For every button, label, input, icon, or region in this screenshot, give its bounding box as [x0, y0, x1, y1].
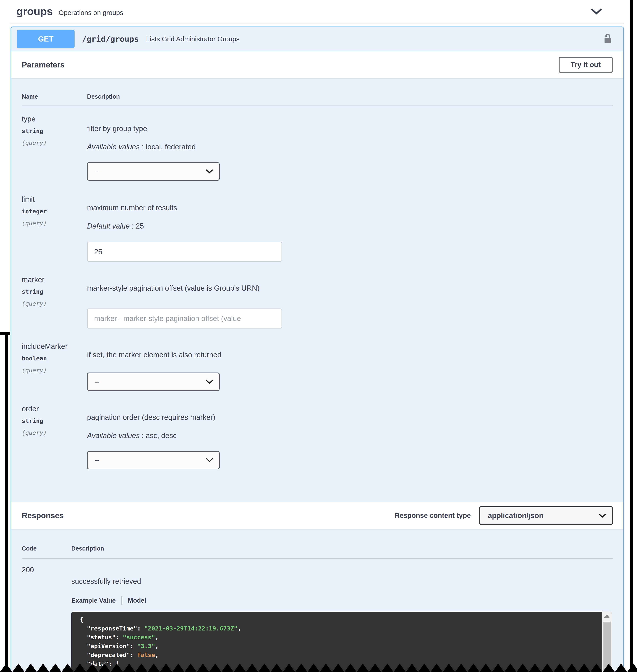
- example-json: { "responseTime": "2021-03-29T14:22:19.6…: [71, 612, 602, 672]
- col-header-name: Name: [22, 93, 87, 100]
- code-line: "responseTime": "2021-03-29T14:22:19.673…: [80, 624, 602, 633]
- parameters-title: Parameters: [22, 60, 65, 69]
- chevron-down-icon[interactable]: [590, 8, 602, 16]
- param-name: marker: [22, 276, 87, 284]
- param-description: if set, the marker element is also retur…: [87, 351, 613, 359]
- param-name: order: [22, 405, 87, 413]
- param-location: (query): [22, 220, 87, 227]
- param-name: includeMarker: [22, 342, 87, 351]
- screenshot-frame-right: [630, 0, 633, 669]
- operation-path[interactable]: /grid/groups: [82, 34, 139, 43]
- response-content-type-select[interactable]: application/json: [479, 506, 613, 525]
- chevron-down-icon: [205, 378, 214, 386]
- operation-summary: Lists Grid Administrator Groups: [146, 35, 239, 43]
- param-type: boolean: [22, 355, 87, 362]
- col-header-description: Description: [71, 545, 613, 552]
- response-content-type-label: Response content type: [395, 512, 471, 519]
- torn-edge-zigzag: [0, 663, 637, 672]
- chevron-down-icon: [598, 512, 606, 520]
- try-it-out-button[interactable]: Try it out: [559, 57, 613, 73]
- tag-subtitle: Operations on groups: [59, 9, 123, 17]
- order-select[interactable]: --: [87, 451, 220, 470]
- available-values-value: : local, federated: [140, 143, 196, 151]
- includeMarker-select-value: --: [95, 378, 99, 386]
- available-values-value: : asc, desc: [140, 431, 177, 440]
- default-value-label: Default value: [87, 222, 130, 230]
- param-description: pagination order (desc requires marker): [87, 413, 613, 422]
- response-code: 200: [22, 566, 71, 672]
- param-default-value: Default value : 25: [87, 222, 613, 230]
- tab-divider: [122, 596, 122, 605]
- tag-divider: [11, 23, 624, 23]
- param-description: marker-style pagination offset (value is…: [87, 284, 613, 293]
- param-location: (query): [22, 429, 87, 436]
- param-name: type: [22, 115, 87, 123]
- response-content-type-value: application/json: [488, 512, 543, 520]
- type-select[interactable]: --: [87, 162, 220, 181]
- tag-title: groups: [16, 5, 53, 17]
- param-available-values: Available values : local, federated: [87, 143, 613, 151]
- lock-open-icon[interactable]: [602, 33, 618, 45]
- opblock-get-grid-groups: GET /grid/groups Lists Grid Administrato…: [11, 26, 624, 672]
- parameters-header-bar: Parameters Try it out: [11, 51, 623, 78]
- marker-input[interactable]: [87, 308, 282, 329]
- param-location: (query): [22, 367, 87, 374]
- param-name: limit: [22, 195, 87, 204]
- limit-input[interactable]: [87, 242, 282, 262]
- available-values-label: Available values: [87, 431, 140, 440]
- param-row-marker: marker string (query) marker-style pagin…: [22, 267, 613, 329]
- chevron-down-icon: [205, 167, 214, 176]
- param-location: (query): [22, 139, 87, 146]
- param-description: maximum number of results: [87, 204, 613, 212]
- screenshot-frame-left: [5, 332, 8, 669]
- responses-table-head: Code Description: [22, 545, 613, 559]
- param-description: filter by group type: [87, 125, 613, 133]
- method-badge[interactable]: GET: [17, 30, 75, 48]
- response-description: successfully retrieved: [71, 577, 613, 585]
- order-select-value: --: [95, 456, 99, 464]
- includeMarker-select[interactable]: --: [87, 372, 220, 391]
- chevron-down-icon: [205, 456, 214, 464]
- code-line: "apiVersion": "3.3",: [80, 642, 602, 651]
- tab-example-value[interactable]: Example Value: [71, 597, 116, 604]
- swagger-page: groups Operations on groups GET /grid/gr…: [0, 0, 637, 672]
- parameters-table: Name Description type string (query) fil…: [11, 78, 623, 502]
- response-content-type-wrap: Response content type application/json: [395, 506, 613, 525]
- scrollbar-up-arrow-icon[interactable]: [604, 614, 609, 618]
- parameters-table-head: Name Description: [22, 93, 613, 106]
- param-type: integer: [22, 208, 87, 215]
- responses-table: Code Description 200 successfully retrie…: [11, 529, 623, 672]
- available-values-label: Available values: [87, 143, 140, 151]
- opblock-summary[interactable]: GET /grid/groups Lists Grid Administrato…: [11, 27, 623, 51]
- param-type: string: [22, 127, 87, 134]
- tab-model[interactable]: Model: [128, 597, 146, 604]
- param-row-order: order string (query) pagination order (d…: [22, 396, 613, 470]
- param-row-type: type string (query) filter by group type…: [22, 106, 613, 181]
- default-value-value: : 25: [130, 222, 144, 230]
- type-select-value: --: [95, 167, 99, 176]
- param-row-limit: limit integer (query) maximum number of …: [22, 187, 613, 262]
- code-line: {: [80, 615, 602, 624]
- param-available-values: Available values : asc, desc: [87, 431, 613, 440]
- param-type: string: [22, 288, 87, 295]
- code-scrollbar[interactable]: [602, 612, 612, 672]
- response-row-200: 200 successfully retrieved Example Value…: [22, 559, 613, 672]
- param-location: (query): [22, 300, 87, 307]
- param-row-includeMarker: includeMarker boolean (query) if set, th…: [22, 334, 613, 391]
- responses-title: Responses: [22, 511, 64, 520]
- param-type: string: [22, 417, 87, 424]
- responses-header-bar: Responses Response content type applicat…: [11, 502, 623, 529]
- code-line: "status": "success",: [80, 633, 602, 642]
- col-header-code: Code: [22, 545, 71, 552]
- code-line: "deprecated": false,: [80, 651, 602, 659]
- col-header-description: Description: [87, 93, 613, 100]
- response-tabs: Example Value Model: [71, 596, 613, 605]
- tag-header: groups Operations on groups: [0, 0, 637, 17]
- example-code-block: { "responseTime": "2021-03-29T14:22:19.6…: [71, 612, 612, 672]
